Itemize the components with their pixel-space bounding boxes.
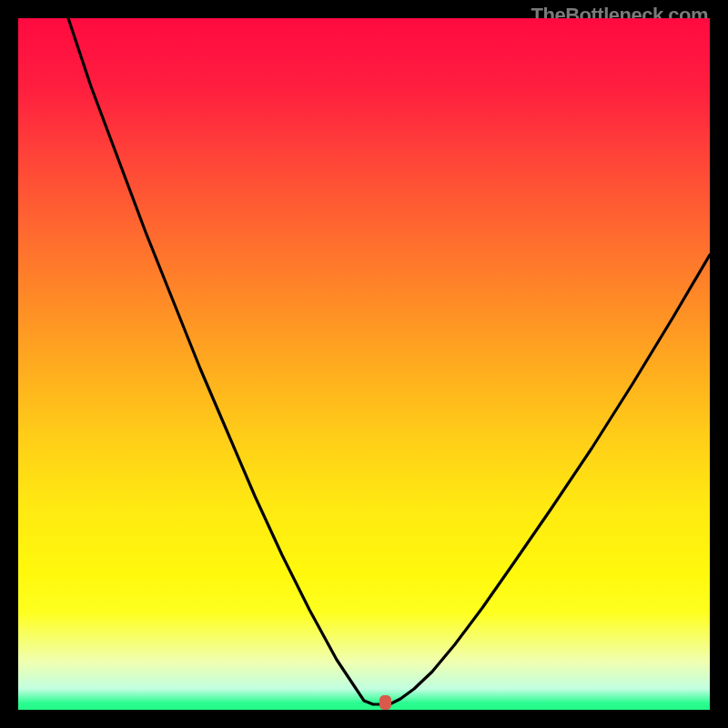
curve-svg xyxy=(18,18,710,710)
optimal-marker xyxy=(379,695,391,710)
bottleneck-curve xyxy=(68,18,710,704)
chart-container: TheBottleneck.com xyxy=(0,0,728,728)
plot-area xyxy=(18,18,710,710)
